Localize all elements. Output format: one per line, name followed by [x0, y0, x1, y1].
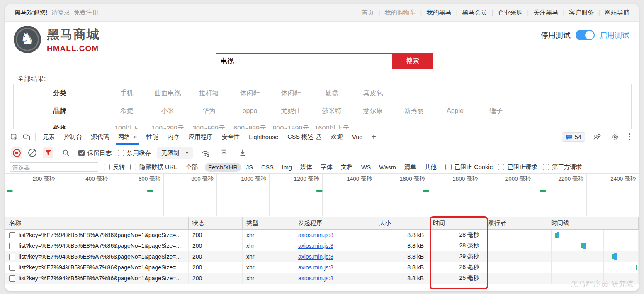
type-filter-Wasm[interactable]: Wasm [376, 163, 399, 172]
table-row[interactable]: list?key=%E7%94%B5%E8%A7%86&pageNo=1&pag… [5, 262, 639, 273]
console-messages-badge[interactable]: 54 [562, 132, 585, 142]
third-party-checkbox[interactable] [543, 164, 549, 170]
type-filter-WS[interactable]: WS [358, 163, 374, 172]
filter-option[interactable]: 希捷 [106, 107, 147, 115]
column-header-状态[interactable]: 状态 [189, 217, 243, 229]
filter-option[interactable]: 硬盘 [311, 89, 352, 98]
request-checkbox[interactable] [9, 275, 15, 282]
devtools-tab-性能[interactable]: 性能 [142, 129, 163, 145]
invert-checkbox[interactable] [104, 164, 110, 170]
top-nav-item[interactable]: 我的黑马 [426, 9, 451, 17]
top-nav-item[interactable]: 网站导航 [605, 9, 629, 17]
filter-option[interactable]: Apple [435, 107, 476, 115]
site-logo[interactable]: ♞ 黑马商城 HMALL.COM [14, 26, 100, 53]
type-filter-清单[interactable]: 清单 [401, 162, 420, 172]
clear-network-log-icon[interactable] [28, 149, 36, 157]
filter-option[interactable]: 休闲鞋 [229, 89, 270, 98]
request-name-cell[interactable]: list?key=%E7%94%B5%E8%A7%86&pageNo=1&pag… [5, 262, 189, 273]
column-header-履行者[interactable]: 履行者 [484, 217, 547, 229]
register-link[interactable]: 免费注册 [73, 9, 98, 17]
table-row[interactable]: list?key=%E7%94%B5%E8%A7%86&pageNo=1&pag… [5, 273, 639, 284]
type-filter-其他[interactable]: 其他 [421, 162, 440, 172]
table-row[interactable]: list?key=%E7%94%B5%E8%A7%86&pageNo=1&pag… [5, 251, 639, 262]
devtools-tab-内存[interactable]: 内存 [163, 129, 184, 145]
hide-data-urls-option[interactable]: 隐藏数据 URL [130, 163, 177, 171]
initiator-link[interactable]: axios.min.js:8 [298, 275, 333, 282]
top-nav-item[interactable]: 黑马会员 [462, 9, 487, 17]
filter-option[interactable]: 尤妮佳 [270, 107, 311, 115]
devtools-tab-欢迎[interactable]: 欢迎 [326, 129, 348, 145]
devtools-tab-元素[interactable]: 元素 [38, 129, 59, 145]
devtools-tab-安全性[interactable]: 安全性 [217, 129, 245, 145]
type-filter-Img[interactable]: Img [279, 163, 295, 172]
top-nav-item[interactable]: 我的购物车 [385, 9, 416, 17]
type-filter-字体[interactable]: 字体 [317, 162, 336, 172]
search-input[interactable] [216, 53, 392, 69]
third-party-option[interactable]: 第三方请求 [543, 163, 582, 171]
devtools-tab-CSS 概述[interactable]: CSS 概述 [283, 129, 326, 145]
column-header-发起程序[interactable]: 发起程序 [294, 217, 375, 229]
request-checkbox[interactable] [9, 265, 15, 271]
devtools-tab-控制台[interactable]: 控制台 [59, 129, 87, 145]
search-button[interactable]: 搜索 [392, 53, 433, 69]
initiator-link[interactable]: axios.min.js:8 [298, 243, 333, 249]
devtools-tab-Vue[interactable]: Vue [348, 129, 367, 145]
enable-test-label[interactable]: 启用测试 [600, 30, 629, 40]
hide-data-urls-checkbox[interactable] [130, 164, 136, 170]
table-row[interactable]: list?key=%E7%94%B5%E8%A7%86&pageNo=1&pag… [5, 230, 639, 240]
devtools-tab-网络[interactable]: 网络× [114, 129, 142, 145]
export-har-icon[interactable] [236, 147, 249, 159]
blocked-cookies-option[interactable]: 已阻止 Cookie [445, 163, 493, 171]
throttling-select[interactable]: 无限制 ▼ [157, 147, 193, 159]
import-har-icon[interactable] [218, 147, 230, 159]
more-tabs-button[interactable]: + [367, 132, 380, 142]
filter-option[interactable]: 锤子 [476, 107, 517, 115]
blocked-requests-option[interactable]: 已阻止请求 [498, 163, 537, 171]
type-filter-文档[interactable]: 文档 [338, 162, 356, 172]
invert-option[interactable]: 反转 [104, 163, 125, 171]
request-checkbox[interactable] [9, 254, 15, 260]
disable-cache-checkbox[interactable] [118, 150, 124, 156]
device-toolbar-icon[interactable] [20, 131, 33, 143]
filter-input[interactable] [10, 162, 98, 172]
devtools-menu-icon[interactable] [627, 133, 632, 140]
filter-option[interactable]: 小米 [147, 107, 188, 115]
initiator-link[interactable]: axios.min.js:8 [298, 264, 333, 271]
top-nav-item[interactable]: 客户服务 [569, 9, 594, 17]
preserve-log-checkbox[interactable] [78, 150, 85, 156]
devtools-tab-应用程序[interactable]: 应用程序 [184, 129, 217, 145]
type-filter-Fetch/XHR[interactable]: Fetch/XHR [205, 163, 241, 172]
column-header-时间线[interactable]: 时间线 [547, 217, 639, 229]
filter-option[interactable]: 曲面电视 [147, 89, 188, 98]
blocked-cookies-checkbox[interactable] [445, 164, 452, 170]
filter-option[interactable]: 华为 [188, 107, 229, 115]
top-nav-item[interactable]: 首页 [362, 9, 374, 17]
filter-option[interactable]: 新秀丽 [394, 107, 435, 115]
request-checkbox[interactable] [9, 243, 15, 249]
filter-funnel-icon[interactable] [43, 147, 53, 158]
request-name-cell[interactable]: list?key=%E7%94%B5%E8%A7%86&pageNo=1&pag… [5, 251, 189, 262]
filter-option[interactable]: 真皮包 [352, 89, 394, 98]
issues-icon[interactable] [591, 131, 603, 143]
preserve-log-option[interactable]: 保留日志 [78, 149, 112, 157]
type-filter-CSS[interactable]: CSS [258, 163, 277, 172]
top-nav-item[interactable]: 企业采购 [498, 9, 522, 17]
column-header-时间[interactable]: 时间 [429, 217, 484, 229]
devtools-tab-Lighthouse[interactable]: Lighthouse [244, 129, 283, 145]
inspect-element-icon[interactable] [8, 131, 20, 143]
disable-cache-option[interactable]: 禁用缓存 [118, 149, 151, 157]
search-network-icon[interactable] [60, 147, 72, 159]
filter-option[interactable]: 手机 [106, 89, 147, 98]
devtools-tab-源代码[interactable]: 源代码 [87, 129, 114, 145]
request-checkbox[interactable] [9, 232, 15, 238]
column-header-大小[interactable]: 大小 [375, 217, 429, 229]
table-row[interactable]: list?key=%E7%94%B5%E8%A7%86&pageNo=1&pag… [5, 240, 639, 251]
filter-option[interactable]: 莎米特 [311, 107, 352, 115]
close-tab-icon[interactable]: × [134, 133, 137, 140]
column-header-名称[interactable]: 名称 [5, 217, 189, 229]
filter-option[interactable]: 意尔康 [352, 107, 394, 115]
column-header-类型[interactable]: 类型 [243, 217, 294, 229]
record-network-log-button[interactable] [11, 147, 22, 158]
initiator-link[interactable]: axios.min.js:8 [298, 232, 333, 238]
request-name-cell[interactable]: list?key=%E7%94%B5%E8%A7%86&pageNo=1&pag… [5, 240, 189, 251]
